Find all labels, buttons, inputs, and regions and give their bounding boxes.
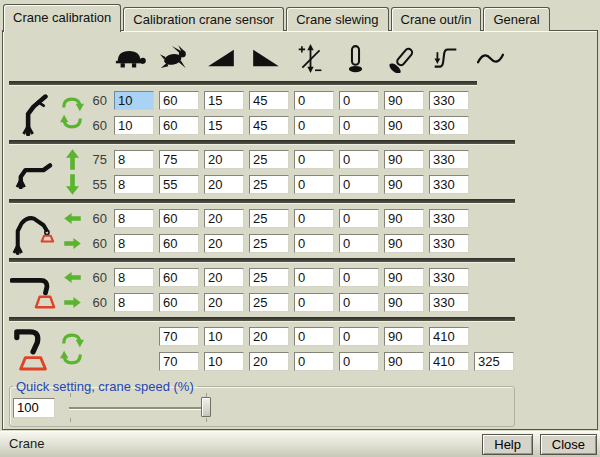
row-reference-label: 55 <box>85 177 107 192</box>
parameter-input[interactable] <box>294 209 334 228</box>
parameter-input[interactable] <box>249 209 289 228</box>
parameter-input[interactable] <box>429 175 469 194</box>
parameter-input[interactable] <box>249 327 289 346</box>
tab-general[interactable]: General <box>483 7 549 31</box>
parameter-input[interactable] <box>114 209 154 228</box>
parameter-input[interactable] <box>204 234 244 253</box>
parameter-input[interactable] <box>384 293 424 312</box>
column-icon-header <box>9 37 597 79</box>
tab-calibration-crane-sensor[interactable]: Calibration crane sensor <box>123 7 284 31</box>
parameter-input[interactable] <box>159 268 199 287</box>
parameter-input[interactable] <box>294 116 334 135</box>
parameter-input[interactable] <box>384 175 424 194</box>
parameter-input[interactable] <box>384 234 424 253</box>
help-button[interactable]: Help <box>482 434 533 455</box>
slider-thumb[interactable] <box>201 397 211 417</box>
parameter-input[interactable] <box>339 352 379 371</box>
crane-control-window: Crane calibration Calibration crane sens… <box>0 0 600 457</box>
parameter-input[interactable] <box>114 150 154 169</box>
parameter-input[interactable] <box>204 352 244 371</box>
tab-crane-out-in[interactable]: Crane out/in <box>391 7 482 31</box>
close-button[interactable]: Close <box>540 434 597 455</box>
parameter-input[interactable] <box>339 234 379 253</box>
parameter-input[interactable] <box>429 293 469 312</box>
parameter-input[interactable] <box>429 234 469 253</box>
parameter-input[interactable] <box>339 327 379 346</box>
parameter-input[interactable] <box>249 175 289 194</box>
parameter-input[interactable] <box>159 175 199 194</box>
tab-crane-slewing[interactable]: Crane slewing <box>286 7 388 31</box>
parameter-input[interactable] <box>429 268 469 287</box>
parameter-input[interactable] <box>384 209 424 228</box>
function-group-extension: 6060 <box>9 265 597 315</box>
parameter-input[interactable] <box>249 150 289 169</box>
parameter-input[interactable] <box>384 352 424 371</box>
parameter-input[interactable] <box>429 327 469 346</box>
parameter-input[interactable] <box>294 352 334 371</box>
extension-rows: 6060 <box>85 265 474 315</box>
slider-track[interactable] <box>69 407 211 409</box>
parameter-input[interactable] <box>294 268 334 287</box>
slewing-rows: 6060 <box>85 88 474 138</box>
parameter-input[interactable] <box>204 116 244 135</box>
parameter-input[interactable] <box>114 175 154 194</box>
parameter-input[interactable] <box>159 327 199 346</box>
parameter-input[interactable] <box>429 352 469 371</box>
parameter-input[interactable] <box>339 293 379 312</box>
group-divider <box>9 317 515 322</box>
parameter-input[interactable] <box>114 268 154 287</box>
parameter-input[interactable] <box>429 91 469 110</box>
parameter-input[interactable] <box>159 234 199 253</box>
parameter-input[interactable] <box>339 268 379 287</box>
parameter-input[interactable] <box>249 91 289 110</box>
parameter-input[interactable] <box>114 91 154 110</box>
parameter-input[interactable] <box>159 293 199 312</box>
parameter-input[interactable] <box>384 116 424 135</box>
parameter-input[interactable] <box>339 175 379 194</box>
parameter-row: 60 <box>85 88 474 113</box>
parameter-input[interactable] <box>294 150 334 169</box>
parameter-input[interactable] <box>429 150 469 169</box>
parameter-input[interactable] <box>249 352 289 371</box>
parameter-input[interactable] <box>204 175 244 194</box>
parameter-input[interactable] <box>204 327 244 346</box>
parameter-input[interactable] <box>114 116 154 135</box>
parameter-input[interactable] <box>159 91 199 110</box>
parameter-input[interactable] <box>339 116 379 135</box>
parameter-input[interactable] <box>159 209 199 228</box>
parameter-input[interactable] <box>294 91 334 110</box>
parameter-input[interactable] <box>384 91 424 110</box>
parameter-input[interactable] <box>339 150 379 169</box>
parameter-input[interactable] <box>159 352 199 371</box>
parameter-input[interactable] <box>159 116 199 135</box>
parameter-input[interactable] <box>204 293 244 312</box>
parameter-input[interactable] <box>294 234 334 253</box>
parameter-input[interactable] <box>204 150 244 169</box>
parameter-input[interactable] <box>294 175 334 194</box>
parameter-input[interactable] <box>204 209 244 228</box>
parameter-input[interactable] <box>384 268 424 287</box>
parameter-input[interactable] <box>249 234 289 253</box>
parameter-input[interactable] <box>384 327 424 346</box>
parameter-input[interactable] <box>294 327 334 346</box>
parameter-input[interactable] <box>204 268 244 287</box>
parameter-input[interactable] <box>249 268 289 287</box>
parameter-input[interactable] <box>249 116 289 135</box>
function-group-jib: 6060 <box>9 206 597 256</box>
parameter-input[interactable] <box>339 209 379 228</box>
tab-crane-calibration[interactable]: Crane calibration <box>3 4 121 32</box>
parameter-input[interactable] <box>339 91 379 110</box>
row-reference-label: 60 <box>85 211 107 226</box>
parameter-input[interactable] <box>159 150 199 169</box>
crane-speed-slider[interactable] <box>69 397 211 418</box>
parameter-input[interactable] <box>429 116 469 135</box>
crane-speed-input[interactable] <box>13 398 55 418</box>
parameter-input[interactable] <box>384 150 424 169</box>
parameter-input[interactable] <box>114 293 154 312</box>
parameter-input[interactable] <box>429 209 469 228</box>
parameter-input[interactable] <box>294 293 334 312</box>
parameter-input[interactable] <box>114 234 154 253</box>
parameter-input[interactable] <box>249 293 289 312</box>
parameter-input[interactable] <box>474 352 514 371</box>
parameter-input[interactable] <box>204 91 244 110</box>
